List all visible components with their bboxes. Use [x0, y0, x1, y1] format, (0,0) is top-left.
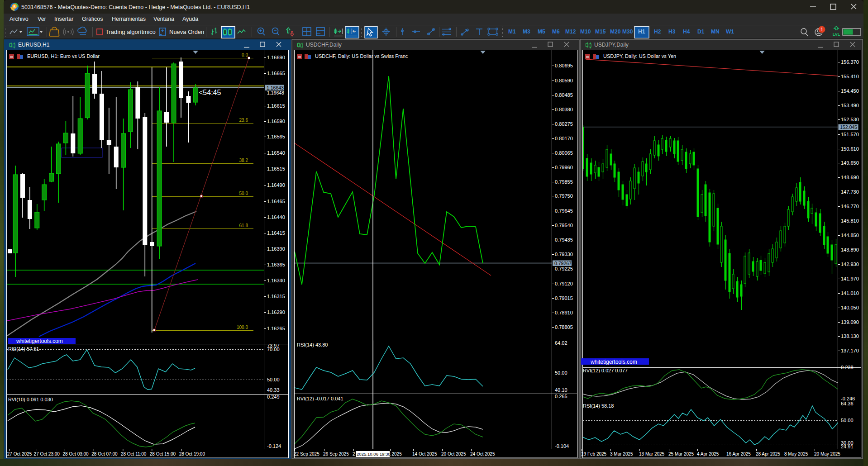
svg-text:USDJPY,Daily: USDJPY,Daily: [594, 42, 629, 48]
svg-text:141.010: 141.010: [841, 290, 859, 296]
svg-text:25 Mar 2025: 25 Mar 2025: [668, 452, 694, 456]
svg-text:139.090: 139.090: [841, 319, 859, 325]
svg-text:4 Apr 2025: 4 Apr 2025: [697, 452, 719, 456]
svg-text:0.79855: 0.79855: [555, 179, 573, 185]
svg-text:0.79645: 0.79645: [555, 208, 573, 214]
svg-text:28 Oct 03:00: 28 Oct 03:00: [62, 452, 89, 456]
svg-text:13 Mar 2025: 13 Mar 2025: [639, 452, 665, 456]
svg-text:1.16265: 1.16265: [267, 326, 285, 331]
svg-text:0.79435: 0.79435: [555, 237, 573, 243]
svg-text:EURUSD,H1: EURUSD,H1: [18, 42, 50, 48]
svg-text:0.79750: 0.79750: [555, 193, 573, 199]
svg-text:148.690: 148.690: [841, 175, 859, 180]
svg-text:0.80695: 0.80695: [555, 63, 573, 68]
svg-text:20 Oct 2025: 20 Oct 2025: [441, 452, 466, 456]
svg-text:50.00: 50.00: [267, 377, 280, 382]
svg-text:1.16390: 1.16390: [267, 246, 285, 252]
svg-text:154.450: 154.450: [841, 88, 859, 94]
svg-text:151.570: 151.570: [841, 132, 859, 137]
svg-text:0.238: 0.238: [841, 365, 854, 370]
svg-text:1.16340: 1.16340: [267, 278, 285, 283]
svg-text:150.610: 150.610: [841, 146, 859, 152]
svg-text:whitetigertools.com: whitetigertools.com: [16, 338, 63, 344]
svg-text:2025.10.06 19:30: 2025.10.06 19:30: [357, 452, 391, 456]
svg-text:1.16665: 1.16665: [267, 71, 285, 76]
svg-text:1.16465: 1.16465: [267, 199, 285, 204]
svg-text:RSI(14) 43.80: RSI(14) 43.80: [297, 342, 328, 347]
svg-text:40.33: 40.33: [267, 387, 280, 393]
svg-text:0.265: 0.265: [555, 394, 568, 399]
svg-text:whitetigertools.com: whitetigertools.com: [590, 359, 637, 365]
svg-text:USDCHF, Daily: US Dollar vs S: USDCHF, Daily: US Dollar vs Swiss Franc: [315, 53, 408, 59]
svg-text:0.80380: 0.80380: [555, 107, 573, 112]
svg-text:0.79960: 0.79960: [555, 165, 573, 170]
svg-text:0.78805: 0.78805: [555, 324, 573, 330]
svg-text:38.2: 38.2: [239, 158, 248, 163]
svg-text:16 Apr 2025: 16 Apr 2025: [726, 452, 751, 456]
svg-text:155.410: 155.410: [841, 74, 859, 79]
svg-text:1.16615: 1.16615: [267, 103, 285, 109]
svg-text:70.00: 70.00: [267, 347, 280, 352]
svg-text:153.490: 153.490: [841, 103, 859, 108]
svg-text:RVI(12) 0.027 0.077: RVI(12) 0.027 0.077: [583, 368, 628, 373]
svg-text:149.650: 149.650: [841, 160, 859, 166]
svg-text:RVI(12) -0.017 0.041: RVI(12) -0.017 0.041: [297, 396, 343, 401]
svg-text:152.530: 152.530: [841, 117, 859, 122]
svg-text:0.0: 0.0: [242, 52, 248, 57]
svg-text:8 May 2025: 8 May 2025: [784, 452, 808, 456]
svg-text:0.249: 0.249: [267, 394, 280, 399]
svg-text:142.930: 142.930: [841, 262, 859, 267]
svg-text:137.170: 137.170: [841, 348, 859, 353]
svg-text:28 Oct 19:00: 28 Oct 19:00: [179, 452, 205, 456]
svg-text:0.80485: 0.80485: [555, 92, 573, 98]
svg-text:28 Apr 2025: 28 Apr 2025: [756, 452, 780, 456]
svg-text:24 Oct 2025: 24 Oct 2025: [470, 452, 495, 456]
svg-text:156.370: 156.370: [841, 59, 859, 65]
svg-text:RVI(10) 0.061 0.030: RVI(10) 0.061 0.030: [8, 397, 53, 402]
svg-text:19 Feb 2025: 19 Feb 2025: [581, 452, 607, 456]
svg-text:0.79267: 0.79267: [554, 261, 572, 266]
svg-text:40.10: 40.10: [555, 387, 568, 393]
svg-text:14 Oct 2025: 14 Oct 2025: [412, 452, 437, 456]
svg-text:22 Sep 2025: 22 Sep 2025: [294, 452, 320, 456]
svg-text:1.16565: 1.16565: [267, 134, 285, 139]
svg-text:1.16540: 1.16540: [267, 150, 285, 156]
svg-text:64.02: 64.02: [555, 340, 568, 346]
svg-text:144.850: 144.850: [841, 233, 859, 238]
svg-text:138.130: 138.130: [841, 333, 859, 339]
svg-text:t 2025: t 2025: [389, 452, 402, 456]
svg-text:0.78910: 0.78910: [555, 310, 573, 315]
svg-text:0.79015: 0.79015: [555, 295, 573, 301]
svg-text:145.810: 145.810: [841, 218, 859, 223]
svg-text:1.16440: 1.16440: [267, 214, 285, 220]
svg-text:1.16590: 1.16590: [267, 119, 285, 124]
svg-text:1.16315: 1.16315: [267, 294, 285, 299]
svg-text:147.730: 147.730: [841, 189, 859, 195]
svg-text:0.79330: 0.79330: [555, 252, 573, 257]
svg-text:50.0: 50.0: [239, 191, 248, 196]
svg-text:100.0: 100.0: [237, 325, 248, 330]
svg-text:23.6: 23.6: [239, 118, 248, 123]
svg-text:1.16515: 1.16515: [267, 166, 285, 171]
svg-text:1.16648: 1.16648: [267, 90, 284, 95]
svg-text:140.050: 140.050: [841, 305, 859, 310]
svg-text:2: 2: [353, 452, 355, 456]
svg-text:26 Sep 2025: 26 Sep 2025: [323, 452, 349, 456]
svg-text:0.80170: 0.80170: [555, 136, 573, 141]
svg-text:1.16490: 1.16490: [267, 182, 285, 188]
svg-text:27 Oct 2025: 27 Oct 2025: [7, 452, 32, 456]
svg-text:50.00: 50.00: [841, 418, 854, 423]
svg-text:28 Oct 07:00: 28 Oct 07:00: [91, 452, 118, 456]
svg-text:28 Oct 15:00: 28 Oct 15:00: [150, 452, 176, 456]
svg-text:0.79120: 0.79120: [555, 281, 573, 286]
svg-text:50.00: 50.00: [555, 370, 568, 376]
svg-text:143.890: 143.890: [841, 247, 859, 252]
svg-text:24.91: 24.91: [841, 444, 854, 449]
svg-text:RSI(14) 57.51: RSI(14) 57.51: [8, 346, 39, 352]
svg-text:-0.124: -0.124: [267, 443, 281, 449]
svg-text:64.36: 64.36: [841, 401, 854, 406]
svg-text:146.770: 146.770: [841, 204, 859, 209]
svg-text:<54:45: <54:45: [199, 89, 221, 96]
svg-text:152.045: 152.045: [840, 124, 857, 130]
svg-text:USDCHF,Daily: USDCHF,Daily: [306, 42, 342, 48]
